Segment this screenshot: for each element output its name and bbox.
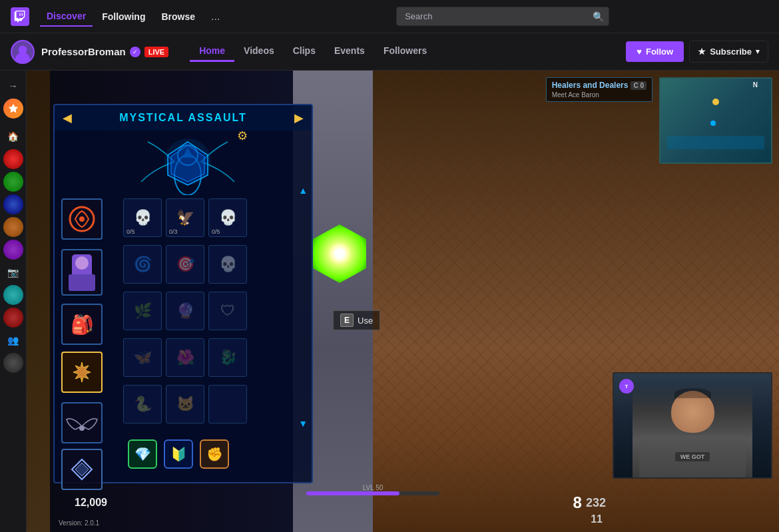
char-icon-active[interactable] xyxy=(61,352,103,393)
minimap-background: N xyxy=(660,79,771,162)
skill-cell-2-1[interactable]: 🌀 xyxy=(123,245,162,284)
tab-videos[interactable]: Videos xyxy=(234,41,284,62)
minimap: N xyxy=(659,77,772,164)
search-icon[interactable]: 🔍 xyxy=(593,11,604,22)
skill-row-5: 🐍 🐱 xyxy=(123,385,247,423)
minimap-north-label: N xyxy=(753,81,758,89)
sidebar-channel-5[interactable] xyxy=(3,240,23,260)
skills-prev-arrow[interactable]: ◀ xyxy=(63,111,72,125)
sidebar-back-icon[interactable]: → xyxy=(3,76,23,96)
lvl-progress-bar xyxy=(306,491,439,495)
left-sidebar: → 🏠 📷 👥 xyxy=(0,71,27,532)
char-icon-5[interactable] xyxy=(61,449,103,490)
game-background: ◀ MYSTICAL ASSAULT ▶ xyxy=(27,71,779,532)
sidebar-channel-8[interactable] xyxy=(3,353,23,373)
skill-cell-1-1[interactable]: 💀0/5 xyxy=(123,198,162,237)
top-navigation: Discover Following Browse ... 🔍 xyxy=(0,0,779,33)
nav-links: Discover Following Browse ... xyxy=(40,7,226,27)
tab-clips[interactable]: Clips xyxy=(284,41,325,62)
sidebar-people-icon[interactable]: 👥 xyxy=(3,330,23,350)
version-display: Version: 2.0.1 xyxy=(59,519,99,527)
use-label: Use xyxy=(358,316,373,326)
heart-icon: ♥ xyxy=(637,47,642,57)
chevron-down-icon: ▾ xyxy=(756,47,760,56)
char-icon-3[interactable]: 🎒 xyxy=(61,304,103,345)
skill-cell-1-2[interactable]: 🦅0/3 xyxy=(166,198,204,237)
svg-point-14 xyxy=(79,425,85,431)
scroll-up-icon[interactable]: ▲ xyxy=(298,185,308,196)
char-icon-1[interactable] xyxy=(61,198,103,240)
action-icon-blue[interactable]: 🔰 xyxy=(164,439,193,469)
action-icons-panel: 💎 🔰 ✊ xyxy=(128,439,229,469)
skill-row-4: 🦋 🌺 🐉 xyxy=(123,338,247,377)
minimap-water xyxy=(667,136,764,149)
shirt-text: WE GOT xyxy=(675,452,710,461)
tab-followers[interactable]: Followers xyxy=(374,41,436,62)
skill-cell-4-3[interactable]: 🐉 xyxy=(208,338,247,377)
hud-hp-display: 8 xyxy=(573,493,582,512)
sidebar-channel-3[interactable] xyxy=(3,194,23,214)
hud-ammo-section: 8 232 xyxy=(573,493,606,512)
tab-home[interactable]: Home xyxy=(190,41,234,62)
sidebar-channel-7[interactable] xyxy=(3,308,23,328)
hud-grenades-display: 11 xyxy=(591,513,603,525)
skill-cell-4-2[interactable]: 🌺 xyxy=(166,338,204,377)
skill-cell-5-1[interactable]: 🐍 xyxy=(123,385,162,423)
sidebar-camera-icon[interactable]: 📷 xyxy=(3,262,23,282)
char-icon-2[interactable] xyxy=(61,249,103,296)
nav-more-button[interactable]: ... xyxy=(204,7,226,27)
webcam-twitch-logo: T xyxy=(619,379,634,394)
sidebar-channel-2[interactable] xyxy=(3,172,23,192)
action-icon-orange[interactable]: ✊ xyxy=(200,439,229,469)
svg-rect-13 xyxy=(69,274,95,291)
use-key: E xyxy=(340,314,354,327)
channel-name[interactable]: ProfessorBroman xyxy=(41,46,126,57)
sidebar-channel-1[interactable] xyxy=(3,149,23,169)
sidebar-home-icon[interactable]: 🏠 xyxy=(3,127,23,146)
skill-cell-1-3[interactable]: 💀0/5 xyxy=(208,198,247,237)
nav-browse[interactable]: Browse xyxy=(154,7,202,26)
svg-point-12 xyxy=(75,256,89,270)
webcam-content: WE GOT T xyxy=(614,374,771,477)
skill-cell-2-3[interactable]: 💀 xyxy=(208,245,247,284)
skill-cell-4-1[interactable]: 🦋 xyxy=(123,338,162,377)
lvl-bar: LVL 50 xyxy=(306,484,439,495)
follow-button[interactable]: ♥ Follow xyxy=(626,41,684,62)
twitch-logo[interactable] xyxy=(11,7,29,26)
nav-discover[interactable]: Discover xyxy=(40,7,93,27)
nav-following[interactable]: Following xyxy=(95,7,152,26)
skills-title: MYSTICAL ASSAULT xyxy=(119,112,247,124)
skill-row-2: 🌀 🎯 💀 xyxy=(123,245,247,284)
lvl-progress-fill xyxy=(306,491,399,495)
search-input[interactable] xyxy=(396,7,609,26)
char-icon-4[interactable] xyxy=(61,402,103,443)
channel-actions: ♥ Follow ★ Subscribe ▾ xyxy=(626,41,768,63)
settings-gear-icon[interactable]: ⚙ xyxy=(237,129,248,143)
verified-badge: ✓ xyxy=(130,47,140,57)
quest-title: Healers and Dealers xyxy=(552,81,629,90)
skill-cell-2-2[interactable]: 🎯 xyxy=(166,245,204,284)
sidebar-channel-4[interactable] xyxy=(3,217,23,237)
action-icon-green[interactable]: 💎 xyxy=(128,439,157,469)
skills-next-arrow[interactable]: ▶ xyxy=(294,111,304,125)
main-layout: → 🏠 📷 👥 xyxy=(0,71,779,532)
skill-cell-3-2[interactable]: 🔮 xyxy=(166,292,204,330)
skill-cell-5-2[interactable]: 🐱 xyxy=(166,385,204,423)
tab-events[interactable]: Events xyxy=(325,41,374,62)
hex-pickup-object xyxy=(306,217,373,290)
subscribe-button[interactable]: ★ Subscribe ▾ xyxy=(689,41,768,63)
hud-ammo-display: 232 xyxy=(586,496,606,510)
content-area: ◀ MYSTICAL ASSAULT ▶ xyxy=(27,71,779,532)
skill-cell-3-3[interactable]: 🛡 xyxy=(208,292,247,330)
skill-cell-5-3[interactable] xyxy=(208,385,247,423)
channel-avatar xyxy=(11,40,35,64)
skill-cell-3-1[interactable]: 🌿 xyxy=(123,292,162,330)
quest-subtitle: Meet Ace Baron xyxy=(552,91,647,99)
channel-nav-tabs: Home Videos Clips Events Followers xyxy=(190,41,626,62)
use-prompt: E Use xyxy=(333,310,380,330)
channel-name-wrap: ProfessorBroman ✓ LIVE xyxy=(41,46,168,57)
scroll-down-icon[interactable]: ▼ xyxy=(298,418,308,429)
sidebar-item-0[interactable] xyxy=(3,99,23,119)
char-art-svg xyxy=(121,129,254,195)
sidebar-channel-6[interactable] xyxy=(3,285,23,305)
